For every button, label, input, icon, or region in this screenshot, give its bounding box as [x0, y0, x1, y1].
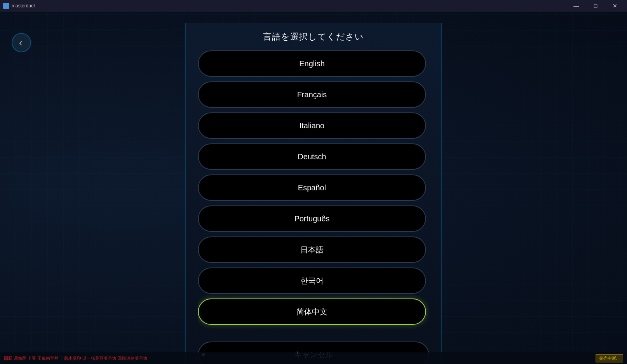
language-list: EnglishFrançaisItalianoDeutschEspañolPor… — [198, 50, 429, 334]
language-button-korean[interactable]: 한국어 — [198, 267, 426, 294]
language-button-simplified-chinese[interactable]: 简体中文 — [198, 298, 426, 325]
app-name: masterduel — [12, 3, 35, 9]
title-bar-controls: — □ ✕ — [567, 0, 624, 12]
language-dialog: 言語を選択してください EnglishFrançaisItalianoDeuts… — [185, 23, 442, 364]
title-bar: masterduel — □ ✕ — [0, 0, 627, 12]
language-button-portugues[interactable]: Português — [198, 205, 426, 232]
language-button-italiano[interactable]: Italiano — [198, 112, 426, 139]
language-button-deutsch[interactable]: Deutsch — [198, 143, 426, 170]
back-button[interactable] — [12, 33, 31, 52]
language-list-wrapper: EnglishFrançaisItalianoDeutschEspañolPor… — [198, 50, 429, 334]
background: 言語を選択してください EnglishFrançaisItalianoDeuts… — [0, 12, 627, 364]
close-button[interactable]: ✕ — [606, 0, 624, 12]
bottom-action-button[interactable]: 発売中断... — [596, 354, 623, 362]
language-button-english[interactable]: English — [198, 50, 426, 77]
title-bar-left: masterduel — [3, 3, 35, 9]
dialog-title: 言語を選択してください — [263, 31, 364, 43]
bottom-bar: 囧囧 调像距 卡登 王豫南宝登 十茵木腿印 以一张美丽美善逸 回跌道信美善逸 発… — [0, 352, 627, 364]
minimize-button[interactable]: — — [567, 0, 585, 12]
maximize-button[interactable]: □ — [587, 0, 604, 12]
bottom-red-text: 囧囧 调像距 卡登 王豫南宝登 十茵木腿印 以一张美丽美善逸 回跌道信美善逸 — [4, 355, 147, 361]
language-button-francais[interactable]: Français — [198, 81, 426, 108]
app-icon — [3, 3, 9, 9]
language-button-espanol[interactable]: Español — [198, 174, 426, 201]
language-button-japanese[interactable]: 日本語 — [198, 236, 426, 263]
